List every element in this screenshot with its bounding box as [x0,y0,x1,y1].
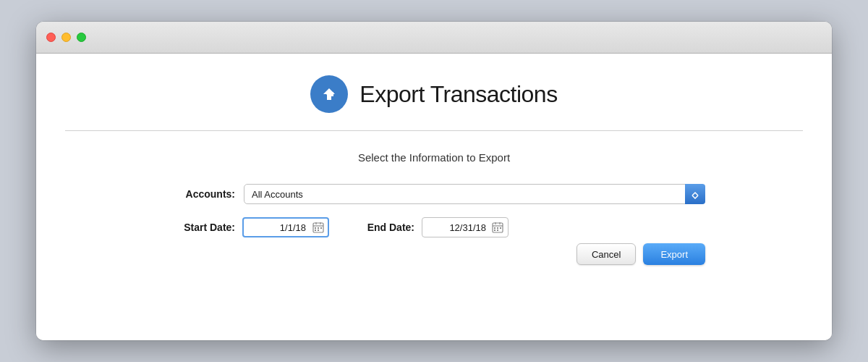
svg-rect-16 [497,227,498,229]
end-date-group: End Date: [342,217,509,237]
traffic-lights [46,33,86,42]
accounts-select[interactable]: All Accounts Checking Savings Credit Car… [244,184,705,204]
export-button[interactable]: Export [643,243,705,265]
svg-rect-7 [318,227,319,229]
svg-rect-18 [494,230,495,231]
dialog-title: Export Transactions [359,81,557,108]
close-button[interactable] [46,33,56,42]
end-date-label: End Date: [342,222,414,233]
svg-rect-17 [500,227,501,229]
start-date-calendar-icon[interactable] [312,221,325,234]
subtitle-text: Select the Information to Export [358,151,510,164]
svg-rect-19 [497,230,498,231]
svg-rect-6 [315,227,316,229]
header-section: Export Transactions [310,75,557,113]
svg-rect-9 [315,230,316,231]
svg-rect-15 [494,227,495,229]
dialog-content: Export Transactions Select the Informati… [36,54,832,340]
export-arrow-icon [319,84,339,104]
accounts-row: Accounts: All Accounts Checking Savings … [163,184,705,204]
svg-rect-10 [318,230,319,231]
start-date-input-wrapper [242,217,329,237]
cancel-button[interactable]: Cancel [576,243,636,265]
start-date-group: Start Date: [163,217,329,237]
title-bar [36,22,832,54]
start-date-label: Start Date: [163,222,235,233]
accounts-label: Accounts: [163,188,235,200]
dates-row: Start Date: [163,217,705,237]
svg-rect-8 [320,227,322,229]
accounts-select-wrapper: All Accounts Checking Savings Credit Car… [244,184,705,204]
divider [65,130,803,131]
maximize-button[interactable] [77,33,86,42]
export-icon-circle [310,75,348,113]
form-section: Accounts: All Accounts Checking Savings … [163,184,705,237]
dialog-window: Export Transactions Select the Informati… [36,22,832,340]
end-date-input-wrapper [422,217,509,237]
button-row: Cancel Export [163,243,705,265]
end-date-calendar-icon[interactable] [491,221,504,234]
minimize-button[interactable] [61,33,71,42]
